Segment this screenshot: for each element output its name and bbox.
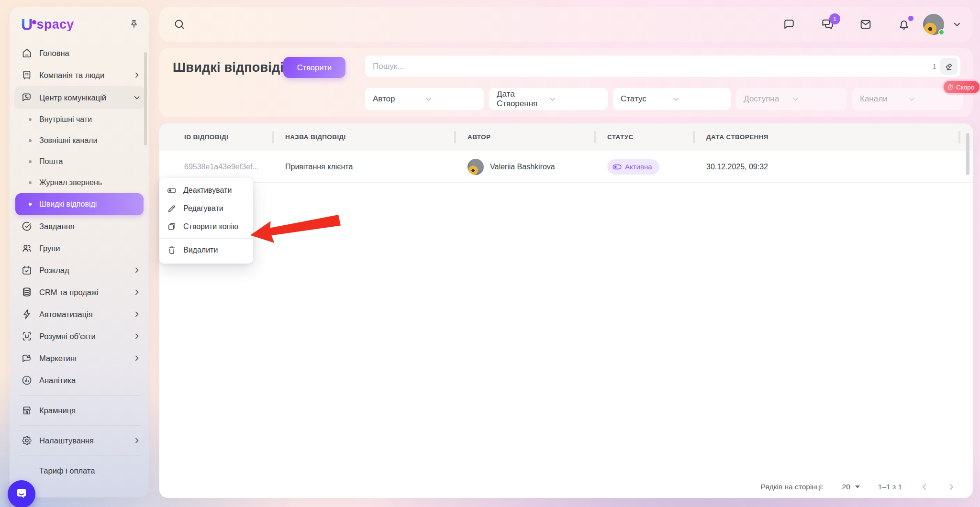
chevron-down-icon — [792, 96, 840, 103]
sidebar-item-label: Центр комунікацій — [39, 93, 106, 102]
marketing-icon — [21, 353, 33, 364]
support-chat-widget-button[interactable] — [8, 480, 35, 507]
status-label: Активна — [625, 163, 652, 171]
sidebar-item-mail[interactable]: Пошта — [10, 151, 149, 172]
filter-author[interactable]: Автор — [365, 88, 484, 110]
stopwatch-icon — [947, 84, 954, 90]
previous-page-button[interactable] — [920, 483, 929, 491]
rows-per-page-label: Рядків на сторінці: — [760, 483, 824, 491]
notifications-button[interactable] — [897, 18, 911, 31]
bullet-icon — [29, 139, 32, 142]
cell-status: Активна — [595, 159, 694, 175]
sidebar-item-crm[interactable]: CRM та продажі — [10, 281, 149, 303]
company-icon — [21, 69, 33, 81]
toggle-icon — [612, 164, 622, 170]
sidebar-item-home[interactable]: Головна — [10, 42, 149, 64]
search-input[interactable] — [373, 62, 933, 71]
chat-widget-icon — [14, 487, 29, 501]
sidebar-item-marketing[interactable]: Маркетинг — [10, 347, 149, 369]
chevron-right-icon — [133, 266, 141, 274]
rows-per-page-caret-icon — [855, 485, 860, 488]
chevron-down-icon — [908, 96, 957, 103]
filter-created-date[interactable]: Дата Створення — [489, 88, 608, 110]
chevron-right-icon — [133, 288, 141, 296]
sidebar-item-automation[interactable]: Автоматизація — [10, 303, 149, 325]
chevron-right-icon — [133, 71, 141, 79]
create-button[interactable]: Створити — [283, 57, 345, 78]
logo-letter: U — [21, 16, 33, 33]
sidebar-item-analytics[interactable]: Аналітика — [10, 369, 149, 391]
groups-icon — [21, 242, 33, 254]
logo-dot-icon — [32, 20, 36, 24]
menu-item-label: Редагувати — [183, 204, 223, 213]
notification-dot — [908, 16, 913, 21]
pin-icon[interactable] — [128, 19, 140, 30]
messenger-button[interactable]: 1 — [821, 18, 834, 31]
chevron-down-icon — [549, 96, 601, 103]
chevron-right-icon — [133, 437, 141, 444]
profile-chevron-down-icon[interactable] — [953, 20, 961, 29]
global-search-icon[interactable] — [173, 18, 186, 31]
table-scrollbar[interactable] — [966, 133, 969, 175]
sidebar-item-smart-objects[interactable]: Розумні об'єкти — [10, 325, 149, 347]
sidebar-item-internal-chats[interactable]: Внутрішні чати — [10, 109, 149, 130]
bullet-icon — [29, 181, 32, 184]
page-header: Швидкі відповіді Створити 1 Автор Дата С… — [159, 48, 973, 117]
filter-available: Доступна — [736, 88, 847, 110]
home-icon — [21, 47, 33, 59]
rows-per-page-select[interactable]: 20 — [842, 483, 860, 491]
status-badge: Активна — [607, 159, 659, 175]
sidebar: U spacy Головна Компанія та люди Центр к… — [10, 7, 149, 497]
menu-item-duplicate[interactable]: Створити копію — [159, 218, 253, 236]
filter-label: Дата Створення — [497, 89, 549, 109]
filter-label: Доступна — [744, 94, 792, 104]
chevron-right-icon — [133, 332, 141, 340]
menu-item-deactivate[interactable]: Деактивувати — [159, 181, 253, 199]
sidebar-item-external-channels[interactable]: Зовнішні канали — [10, 130, 149, 151]
clear-filters-button[interactable] — [940, 58, 958, 75]
sidebar-item-label: Головна — [39, 49, 69, 58]
mail-icon — [859, 18, 872, 31]
uspacy-logo[interactable]: U spacy — [21, 16, 74, 33]
soon-badge-label: Скоро — [956, 84, 974, 91]
column-divider — [958, 131, 960, 143]
soon-badge: Скоро — [944, 81, 980, 93]
column-divider — [454, 131, 456, 143]
sidebar-item-request-log[interactable]: Журнал звернень — [10, 172, 149, 193]
sidebar-item-label: Автоматизація — [39, 310, 93, 319]
column-divider — [594, 131, 596, 143]
menu-item-edit[interactable]: Редагувати — [159, 199, 253, 218]
sidebar-item-schedule[interactable]: Розклад — [10, 259, 149, 281]
table-row[interactable]: 69538e1a43e9ef3ef... Привітання клієнта … — [159, 151, 973, 183]
column-header-status: СТАТУС — [595, 123, 694, 151]
sidebar-item-settings[interactable]: Налаштування — [10, 430, 149, 452]
mail-button[interactable] — [859, 18, 872, 31]
filter-status[interactable]: Статус — [613, 88, 731, 110]
settings-icon — [21, 435, 33, 446]
sidebar-item-billing[interactable]: Тариф і оплата — [10, 460, 149, 482]
pagination-range: 1–1 з 1 — [878, 483, 902, 491]
topbar: 1 — [159, 7, 973, 42]
sidebar-item-comm-center[interactable]: Центр комунікацій — [14, 86, 145, 109]
sidebar-item-label: Розумні об'єкти — [39, 332, 96, 341]
sidebar-item-tasks[interactable]: Завдання — [10, 215, 149, 237]
sidebar-item-company[interactable]: Компанія та люди — [10, 64, 149, 86]
sidebar-item-label: Зовнішні канали — [39, 136, 97, 145]
comments-button[interactable] — [782, 18, 796, 31]
sidebar-item-store[interactable]: Крамниця — [10, 399, 149, 421]
user-avatar[interactable] — [923, 14, 944, 35]
sidebar-item-groups[interactable]: Групи — [10, 237, 149, 259]
column-divider — [272, 131, 274, 143]
schedule-icon — [21, 265, 33, 276]
pagination: Рядків на сторінці: 20 1–1 з 1 — [760, 483, 956, 491]
sidebar-item-label: Компанія та люди — [39, 71, 104, 80]
sidebar-scrollbar[interactable] — [144, 52, 147, 145]
sidebar-item-quick-replies[interactable]: Швидкі відповіді — [15, 193, 144, 215]
menu-item-delete[interactable]: Видалити — [159, 241, 253, 259]
store-icon — [21, 405, 33, 416]
sidebar-item-label: Крамниця — [39, 406, 76, 415]
next-page-button[interactable] — [947, 483, 956, 491]
menu-item-label: Деактивувати — [183, 186, 232, 195]
table-header-row: ID ВІДПОВІДІ НАЗВА ВІДПОВІДІ АВТОР СТАТУ… — [159, 123, 973, 151]
sidebar-item-label: Швидкі відповіді — [39, 200, 97, 209]
